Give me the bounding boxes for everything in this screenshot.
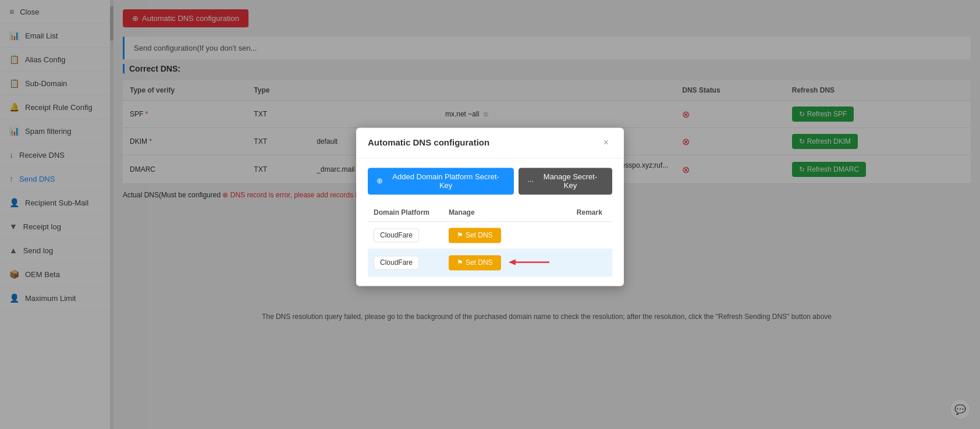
- cell-platform: CloudFare: [368, 249, 443, 276]
- tab-added-domain[interactable]: ⊕ Added Domain Platform Secret-Key: [368, 168, 514, 194]
- dns-icon: ⚑: [457, 231, 463, 239]
- modal-header: Automatic DNS configuration ×: [356, 127, 624, 158]
- modal-body: ⊕ Added Domain Platform Secret-Key ··· M…: [356, 158, 624, 286]
- cell-manage: ⚑ Set DNS: [443, 249, 571, 276]
- cell-remark: [571, 221, 612, 249]
- dns-icon: ⚑: [457, 258, 463, 267]
- cell-platform: CloudFare: [368, 221, 443, 249]
- modal-title: Automatic DNS configuration: [368, 137, 489, 147]
- cell-manage: ⚑ Set DNS: [443, 221, 571, 249]
- col-remark: Remark: [571, 204, 612, 222]
- set-dns-button-2[interactable]: ⚑ Set DNS: [449, 255, 501, 270]
- modal-tabs: ⊕ Added Domain Platform Secret-Key ··· M…: [368, 168, 612, 194]
- modal-close-button[interactable]: ×: [600, 137, 612, 148]
- red-arrow: [509, 257, 552, 268]
- dots-icon: ···: [527, 176, 534, 185]
- tab-manage-secret-key[interactable]: ··· Manage Secret-Key: [519, 168, 612, 194]
- plus-icon: ⊕: [377, 176, 383, 185]
- set-dns-button-1[interactable]: ⚑ Set DNS: [449, 228, 501, 243]
- col-platform: Domain Platform: [368, 204, 443, 222]
- modal-table-row-highlighted: CloudFare ⚑ Set DNS: [368, 249, 612, 276]
- cell-remark: [571, 249, 612, 276]
- svg-marker-4: [509, 259, 516, 265]
- col-manage: Manage: [443, 204, 571, 222]
- modal-table-row: CloudFare ⚑ Set DNS: [368, 221, 612, 249]
- cloudfare-badge: CloudFare: [374, 228, 419, 242]
- modal: Automatic DNS configuration × ⊕ Added Do…: [356, 127, 624, 286]
- modal-table: Domain Platform Manage Remark CloudFare …: [368, 204, 612, 276]
- cloudfare-badge: CloudFare: [374, 256, 419, 270]
